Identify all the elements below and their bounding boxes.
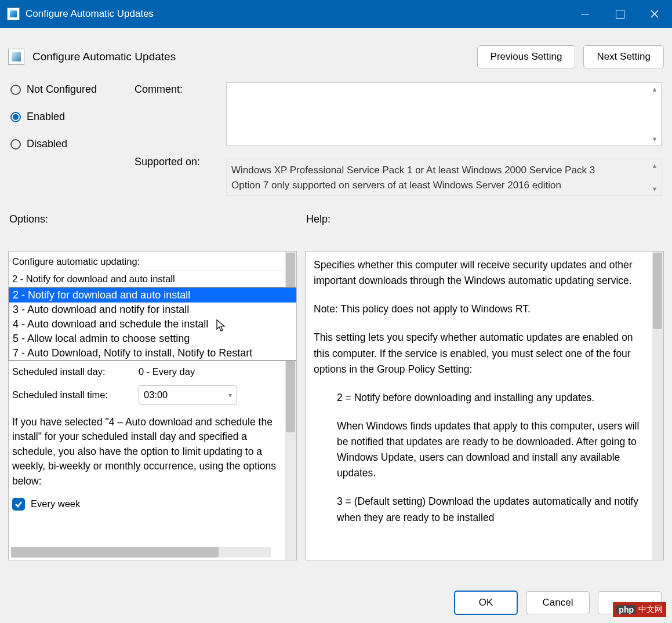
ok-button[interactable]: OK <box>454 591 518 615</box>
dropdown-option[interactable]: 7 - Auto Download, Notify to install, No… <box>9 346 297 360</box>
watermark-badge: php中文网 <box>613 602 666 617</box>
schedule-day-value: 0 - Every day <box>139 366 195 377</box>
supported-line: Option 7 only supported on servers of at… <box>231 178 646 193</box>
page-title: Configure Automatic Updates <box>32 50 176 63</box>
options-pane: Configure automatic updating: 2 - Notify… <box>8 251 297 560</box>
radio-icon <box>10 85 21 95</box>
configure-updating-select[interactable]: 2 - Notify for download and auto install <box>9 271 285 287</box>
schedule-time-value: 03:00 <box>144 389 168 400</box>
previous-setting-button[interactable]: Previous Setting <box>477 45 576 68</box>
page-header: Configure Automatic Updates Previous Set… <box>8 45 664 68</box>
supported-on-text: Windows XP Professional Service Pack 1 o… <box>226 159 662 196</box>
supported-label: Supported on: <box>135 156 216 168</box>
dropdown-option[interactable]: 2 - Notify for download and auto install <box>9 288 297 303</box>
help-text: Specifies whether this computer will rec… <box>314 257 644 289</box>
state-radio-group: Not Configured Enabled Disabled <box>8 82 124 196</box>
dropdown-option[interactable]: 5 - Allow local admin to choose setting <box>9 331 297 346</box>
vertical-scrollbar[interactable] <box>652 252 663 560</box>
radio-icon <box>10 112 21 122</box>
maximize-button[interactable] <box>602 0 637 28</box>
help-text: This setting lets you specify whether au… <box>314 330 644 377</box>
help-pane: Specifies whether this computer will rec… <box>305 251 664 560</box>
chevron-down-icon: ▾ <box>228 391 232 399</box>
window-controls <box>568 0 672 28</box>
window-title: Configure Automatic Updates <box>26 8 568 20</box>
next-setting-button[interactable]: Next Setting <box>583 45 664 68</box>
radio-label: Not Configured <box>27 83 97 96</box>
radio-icon <box>10 139 21 150</box>
comment-textarea[interactable]: ▲ ▼ <box>226 82 662 146</box>
radio-disabled[interactable]: Disabled <box>10 138 124 150</box>
radio-label: Disabled <box>27 138 67 150</box>
comment-label: Comment: <box>135 83 216 96</box>
policy-icon <box>8 49 24 65</box>
app-icon <box>7 8 20 20</box>
schedule-day-label: Scheduled install day: <box>12 366 132 377</box>
help-text: 3 = (Default setting) Download the updat… <box>314 494 644 525</box>
schedule-time-select[interactable]: 03:00 ▾ <box>139 385 237 405</box>
checkbox-checked-icon <box>12 498 25 511</box>
every-week-checkbox-row[interactable]: Every week <box>9 494 285 514</box>
radio-label: Enabled <box>27 111 65 123</box>
minimize-button[interactable] <box>568 0 602 28</box>
options-section-label: Options: <box>9 213 306 225</box>
badge-text: php <box>616 605 636 614</box>
configure-updating-label: Configure automatic updating: <box>9 252 285 271</box>
scroll-down-icon[interactable]: ▼ <box>649 134 660 144</box>
radio-enabled[interactable]: Enabled <box>10 111 124 123</box>
close-button[interactable] <box>637 0 672 28</box>
badge-cn: 中文网 <box>638 604 663 615</box>
schedule-note: If you have selected "4 – Auto download … <box>9 413 285 494</box>
help-text: 2 = Notify before downloading and instal… <box>314 390 644 406</box>
configure-updating-dropdown: 2 - Notify for download and auto install… <box>9 287 297 361</box>
every-week-label: Every week <box>31 498 80 509</box>
help-text: When Windows finds updates that apply to… <box>314 418 644 482</box>
scroll-up-icon[interactable]: ▲ <box>649 161 660 171</box>
schedule-time-label: Scheduled install time: <box>12 389 132 400</box>
help-section-label: Help: <box>306 213 330 225</box>
help-text: Note: This policy does not apply to Wind… <box>314 301 644 317</box>
scroll-up-icon[interactable]: ▲ <box>649 84 660 94</box>
radio-not-configured[interactable]: Not Configured <box>10 83 124 96</box>
dropdown-option[interactable]: 4 - Auto download and schedule the insta… <box>9 317 297 331</box>
titlebar: Configure Automatic Updates <box>0 0 672 28</box>
horizontal-scrollbar[interactable] <box>11 547 271 558</box>
supported-line: Windows XP Professional Service Pack 1 o… <box>231 163 646 178</box>
dropdown-option[interactable]: 3 - Auto download and notify for install <box>9 303 297 317</box>
window: Configure Automatic Updates Configure Au… <box>0 0 672 623</box>
scroll-down-icon[interactable]: ▼ <box>649 184 660 194</box>
cancel-button[interactable]: Cancel <box>526 591 590 614</box>
